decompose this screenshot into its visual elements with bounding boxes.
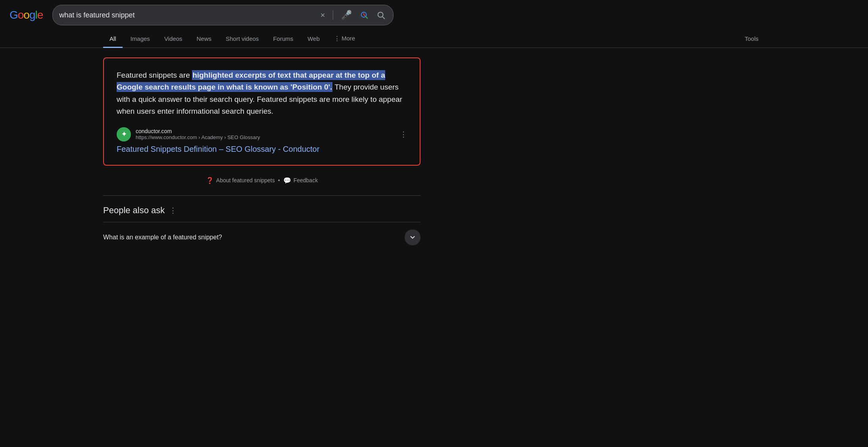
tab-forums[interactable]: Forums	[267, 31, 300, 48]
source-menu-icon[interactable]: ⋮	[400, 130, 407, 139]
logo-o1: o	[18, 9, 24, 21]
logo-g2: g	[29, 9, 35, 21]
favicon-icon: ✦	[121, 130, 127, 138]
paa-menu-icon[interactable]: ⋮	[169, 206, 177, 215]
search-button[interactable]	[375, 9, 387, 21]
paa-item[interactable]: What is an example of a featured snippet…	[103, 222, 421, 252]
source-info: conductor.com https://www.conductor.com …	[136, 128, 395, 140]
about-feedback-row: ❓ About featured snippets • 💬 Feedback	[103, 172, 421, 189]
source-name: conductor.com	[136, 128, 395, 134]
search-bar-wrapper: what is featured snippet × 🎤	[52, 5, 394, 25]
voice-search-button[interactable]: 🎤	[340, 8, 353, 22]
section-divider	[103, 195, 421, 196]
tab-tools[interactable]: Tools	[738, 31, 765, 48]
search-icons: × 🎤	[319, 8, 387, 22]
tab-all[interactable]: All	[103, 31, 123, 48]
feedback-button[interactable]: 💬 Feedback	[283, 177, 318, 184]
main-content: Featured snippets are highlighted excerp…	[0, 48, 868, 262]
header: Google what is featured snippet × 🎤	[0, 0, 868, 30]
svg-line-3	[382, 17, 384, 19]
logo-o2: o	[23, 9, 29, 21]
tab-web[interactable]: Web	[301, 31, 326, 48]
about-featured-snippets-button[interactable]: ❓ About featured snippets	[206, 177, 275, 184]
source-favicon: ✦	[117, 127, 131, 141]
logo-g: G	[10, 9, 18, 21]
paa-title: People also ask	[103, 205, 165, 216]
paa-question: What is an example of a featured snippet…	[103, 234, 222, 241]
question-circle-icon: ❓	[206, 177, 214, 184]
svg-line-1	[366, 17, 368, 19]
google-logo: Google	[10, 9, 43, 21]
about-label: About featured snippets	[216, 177, 275, 183]
tab-news[interactable]: News	[190, 31, 218, 48]
tab-images[interactable]: Images	[124, 31, 156, 48]
feedback-label: Feedback	[294, 177, 318, 183]
snippet-link[interactable]: Featured Snippets Definition – SEO Gloss…	[117, 145, 319, 153]
image-search-button[interactable]	[358, 9, 370, 21]
snippet-text: Featured snippets are highlighted excerp…	[117, 69, 407, 118]
separator: •	[278, 177, 280, 183]
tab-videos[interactable]: Videos	[158, 31, 189, 48]
search-bar[interactable]: what is featured snippet × 🎤	[52, 5, 394, 25]
paa-expand-icon[interactable]	[405, 229, 421, 245]
tab-short-videos[interactable]: Short videos	[219, 31, 265, 48]
clear-button[interactable]: ×	[319, 9, 327, 21]
snippet-text-before: Featured snippets are	[117, 71, 192, 79]
search-divider	[333, 10, 333, 20]
source-row: ✦ conductor.com https://www.conductor.co…	[117, 127, 407, 141]
nav-tabs: All Images Videos News Short videos Foru…	[0, 30, 868, 48]
feedback-icon: 💬	[283, 177, 291, 184]
source-url: https://www.conductor.com › Academy › SE…	[136, 134, 395, 140]
search-input[interactable]: what is featured snippet	[59, 11, 319, 19]
tab-more[interactable]: ⋮ More	[328, 30, 361, 48]
featured-snippet-box: Featured snippets are highlighted excerp…	[103, 57, 421, 166]
logo-e: e	[37, 9, 43, 21]
people-also-ask-header: People also ask ⋮	[103, 205, 765, 216]
